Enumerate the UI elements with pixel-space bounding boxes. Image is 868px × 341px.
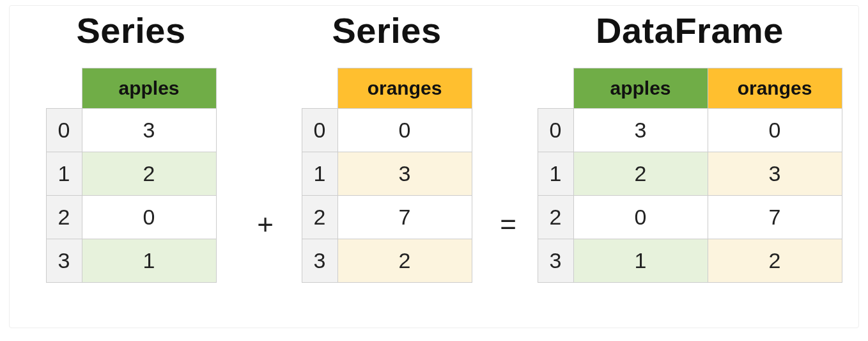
series-a-value-1: 2 bbox=[82, 152, 216, 196]
dataframe-column-header-apples: apples bbox=[573, 68, 708, 109]
table-row: 3 2 bbox=[302, 239, 472, 283]
table-row: 2 0 7 bbox=[538, 196, 842, 239]
dataframe-index-3: 3 bbox=[538, 239, 573, 283]
series-a-value-0: 3 bbox=[82, 109, 216, 152]
plus-operator: + bbox=[246, 6, 284, 315]
series-b-index-0: 0 bbox=[302, 109, 337, 152]
series-b-column-header-oranges: oranges bbox=[337, 68, 472, 109]
series-a-index-2: 2 bbox=[46, 196, 82, 239]
dataframe-apples-3: 1 bbox=[573, 239, 708, 283]
table-row: 0 0 bbox=[302, 109, 472, 152]
table-row: 0 3 0 bbox=[538, 109, 842, 152]
diagram-panel: Series apples 0 3 1 2 2 0 bbox=[9, 5, 859, 328]
table-row: 3 1 bbox=[46, 239, 216, 283]
series-b-value-2: 7 bbox=[337, 196, 472, 239]
series-a-group: Series apples 0 3 1 2 2 0 bbox=[16, 6, 246, 315]
dataframe-apples-0: 3 bbox=[573, 109, 708, 152]
table-row: 1 3 bbox=[302, 152, 472, 196]
series-b-group: Series oranges 0 0 1 3 2 7 bbox=[284, 6, 489, 315]
dataframe-index-1: 1 bbox=[538, 152, 573, 196]
series-b-title: Series bbox=[332, 10, 441, 51]
table-row: 2 7 bbox=[302, 196, 472, 239]
table-row: 2 0 bbox=[46, 196, 216, 239]
series-b-blank-corner bbox=[302, 68, 337, 109]
dataframe-group: DataFrame apples oranges 0 3 0 1 2 3 bbox=[527, 6, 852, 315]
dataframe-index-0: 0 bbox=[538, 109, 573, 152]
table-row: 0 3 bbox=[46, 109, 216, 152]
series-a-value-2: 0 bbox=[82, 196, 216, 239]
series-b-value-0: 0 bbox=[337, 109, 472, 152]
dataframe-apples-1: 2 bbox=[573, 152, 708, 196]
series-a-value-3: 1 bbox=[82, 239, 216, 283]
dataframe-blank-corner bbox=[538, 68, 573, 109]
series-b-value-1: 3 bbox=[337, 152, 472, 196]
series-b-index-3: 3 bbox=[302, 239, 337, 283]
dataframe-table: apples oranges 0 3 0 1 2 3 2 0 7 bbox=[538, 68, 842, 283]
dataframe-column-header-oranges: oranges bbox=[708, 68, 842, 109]
series-a-index-3: 3 bbox=[46, 239, 82, 283]
table-row: 3 1 2 bbox=[538, 239, 842, 283]
dataframe-apples-2: 0 bbox=[573, 196, 708, 239]
dataframe-oranges-3: 2 bbox=[708, 239, 842, 283]
series-a-index-0: 0 bbox=[46, 109, 82, 152]
series-b-index-1: 1 bbox=[302, 152, 337, 196]
series-b-table: oranges 0 0 1 3 2 7 3 2 bbox=[302, 68, 472, 283]
table-row: 1 2 bbox=[46, 152, 216, 196]
series-a-blank-corner bbox=[46, 68, 82, 109]
dataframe-oranges-2: 7 bbox=[708, 196, 842, 239]
diagram-canvas: Series apples 0 3 1 2 2 0 bbox=[0, 0, 868, 341]
dataframe-oranges-1: 3 bbox=[708, 152, 842, 196]
equals-operator: = bbox=[489, 6, 527, 315]
series-b-value-3: 2 bbox=[337, 239, 472, 283]
series-b-index-2: 2 bbox=[302, 196, 337, 239]
dataframe-oranges-0: 0 bbox=[708, 109, 842, 152]
series-a-column-header-apples: apples bbox=[82, 68, 216, 109]
dataframe-index-2: 2 bbox=[538, 196, 573, 239]
series-a-table: apples 0 3 1 2 2 0 3 1 bbox=[46, 68, 217, 283]
series-a-title: Series bbox=[76, 10, 185, 51]
dataframe-title: DataFrame bbox=[596, 10, 784, 51]
series-a-index-1: 1 bbox=[46, 152, 82, 196]
table-row: 1 2 3 bbox=[538, 152, 842, 196]
